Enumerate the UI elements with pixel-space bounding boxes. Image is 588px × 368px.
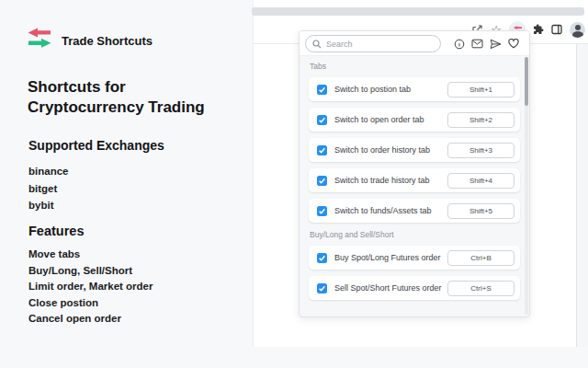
shortcut-row: Buy Spot/Long Futures order Ctrl+B (309, 246, 520, 270)
shortcut-label: Switch to order history tab (334, 145, 447, 155)
features-heading: Features (28, 224, 84, 238)
shortcut-key-button[interactable]: Ctrl+B (447, 250, 514, 266)
checkbox-checked[interactable] (317, 176, 327, 186)
shortcut-label: Switch to funds/Assets tab (334, 206, 447, 215)
feature-item: Buy/Long, Sell/Short (28, 263, 153, 280)
checkbox-checked[interactable] (317, 145, 327, 155)
shortcut-key-button[interactable]: Shift+4 (447, 173, 514, 189)
shortcut-label: Sell Spot/Short Futures order (334, 283, 447, 293)
hero-title: Shortcuts for Cryptocurrency Trading (28, 77, 248, 119)
exchange-item: binance (28, 163, 68, 180)
checkbox-checked[interactable] (317, 206, 327, 216)
feature-list: Move tabs Buy/Long, Sell/Short Limit ord… (28, 247, 153, 328)
shortcut-list: Tabs Switch to postion tab Shift+1 Switc… (300, 56, 529, 300)
send-icon[interactable] (490, 39, 502, 50)
heart-icon[interactable] (508, 39, 519, 49)
checkbox-checked[interactable] (317, 115, 327, 125)
shortcut-key-button[interactable]: Shift+1 (447, 82, 514, 98)
checkbox-checked[interactable] (317, 253, 327, 263)
section-label-buy-sell: Buy/Long and Sell/Short (310, 229, 529, 240)
brand-row: Trade Shortcuts (26, 28, 153, 53)
shortcut-label: Switch to postion tab (334, 85, 447, 94)
shortcut-key-button[interactable]: Ctrl+S (447, 281, 514, 296)
shortcut-label: Switch to open order tab (334, 115, 447, 124)
shortcut-key-button[interactable]: Shift+5 (447, 203, 514, 219)
extensions-puzzle-icon[interactable] (533, 24, 544, 35)
checkbox-checked[interactable] (317, 283, 327, 293)
shortcut-row: Switch to funds/Assets tab Shift+5 (309, 199, 520, 223)
mail-icon[interactable] (471, 39, 483, 49)
exchange-list: binance bitget bybit (28, 163, 68, 214)
profile-avatar[interactable] (570, 22, 585, 38)
trade-shortcuts-logo-icon (26, 28, 53, 53)
popup-scrollbar-thumb[interactable] (525, 57, 528, 106)
shortcut-key-button[interactable]: Shift+3 (447, 143, 514, 158)
shortcut-key-button[interactable]: Shift+2 (447, 112, 514, 128)
extension-popup: Tabs Switch to postion tab Shift+1 Switc… (299, 30, 530, 317)
page-scrollbar-gutter[interactable] (576, 44, 588, 347)
feature-item: Limit order, Market order (28, 279, 153, 295)
side-panel-icon[interactable] (551, 24, 562, 35)
exchange-item: bybit (28, 197, 68, 214)
popup-header (300, 31, 529, 56)
section-label-tabs: Tabs (310, 61, 529, 72)
shortcut-row: Switch to order history tab Shift+3 (309, 138, 520, 162)
feature-item: Close postion (28, 295, 153, 312)
search-field[interactable] (305, 35, 441, 52)
shortcut-label: Buy Spot/Long Futures order (334, 253, 447, 262)
info-icon[interactable] (454, 39, 465, 50)
hero-title-line2: Cryptocurrency Trading (28, 98, 248, 118)
shortcut-row: Switch to trade history tab Shift+4 (309, 168, 520, 192)
brand-name: Trade Shortcuts (62, 34, 153, 48)
shortcut-row: Switch to postion tab Shift+1 (309, 77, 520, 101)
supported-exchanges-heading: Supported Exchanges (28, 138, 164, 153)
search-icon (312, 36, 322, 52)
shortcut-row: Sell Spot/Short Futures order Ctrl+S (309, 276, 520, 300)
exchange-item: bitget (28, 180, 68, 198)
shortcut-label: Switch to trade history tab (334, 176, 447, 185)
hero-title-line1: Shortcuts for (28, 77, 248, 98)
search-input[interactable] (326, 40, 427, 49)
checkbox-checked[interactable] (317, 85, 327, 95)
feature-item: Move tabs (28, 247, 153, 263)
feature-item: Cancel open order (28, 311, 153, 328)
browser-tab-strip[interactable] (252, 7, 584, 16)
shortcut-row: Switch to open order tab Shift+2 (309, 108, 520, 132)
